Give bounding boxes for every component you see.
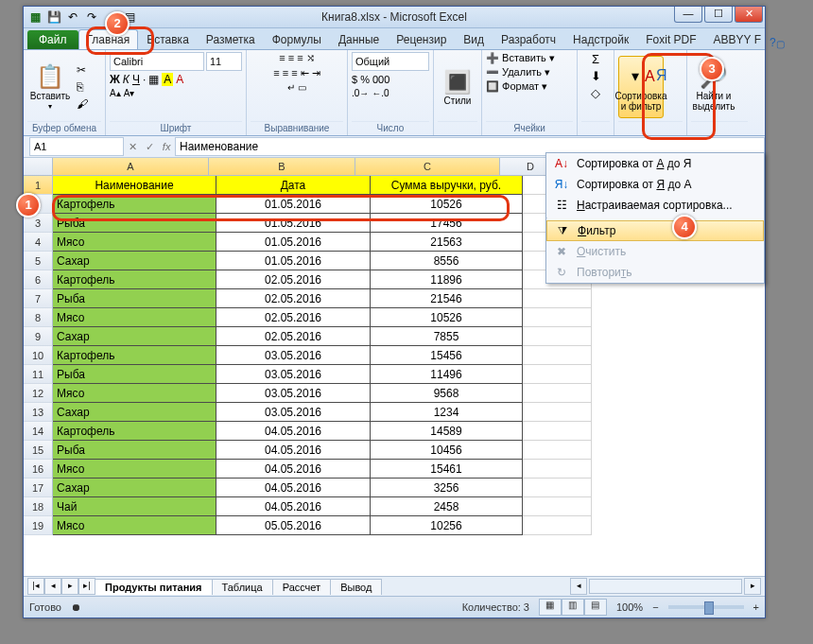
- cell-date[interactable]: 03.05.2016: [216, 346, 371, 365]
- cell-name[interactable]: Сахар: [53, 403, 216, 422]
- inc-decimal-icon[interactable]: .0→: [352, 88, 369, 98]
- cell-name[interactable]: Мясо: [53, 516, 216, 535]
- tab-addins[interactable]: Надстройк: [564, 29, 637, 49]
- cell-name[interactable]: Сахар: [53, 252, 216, 270]
- menu-sort-az[interactable]: A↓ Сортировка от А до Я: [546, 153, 764, 174]
- currency-icon[interactable]: $: [352, 74, 357, 85]
- bold-button[interactable]: Ж: [110, 73, 120, 86]
- cell-name[interactable]: Картофель: [53, 270, 216, 289]
- menu-sort-za[interactable]: Я↓ Сортировка от Я до А: [546, 174, 764, 195]
- cell-name[interactable]: Мясо: [53, 308, 216, 327]
- empty-cell[interactable]: [523, 308, 592, 327]
- ribbon-collapse-icon[interactable]: ▢: [776, 39, 785, 49]
- cell-name[interactable]: Рыба: [53, 214, 216, 233]
- grow-font-icon[interactable]: A▴: [110, 88, 121, 98]
- cell-sum[interactable]: 15456: [371, 346, 523, 365]
- paste-button[interactable]: 📋 Вставить ▾: [27, 56, 73, 118]
- cell-date[interactable]: 01.05.2016: [216, 252, 371, 270]
- empty-cell[interactable]: [523, 346, 592, 365]
- align-mid-icon[interactable]: ≡: [288, 52, 294, 64]
- tab-review[interactable]: Рецензир: [388, 29, 455, 49]
- cell-sum[interactable]: 7855: [371, 327, 523, 346]
- cell-name[interactable]: Мясо: [53, 384, 216, 403]
- cut-icon[interactable]: ✂: [77, 63, 88, 77]
- cell-name[interactable]: Мясо: [53, 233, 216, 252]
- italic-button[interactable]: К: [123, 73, 130, 86]
- row-head[interactable]: 9: [24, 327, 53, 346]
- tab-formulas[interactable]: Формулы: [264, 29, 330, 49]
- empty-cell[interactable]: [523, 479, 592, 497]
- font-color-button[interactable]: A: [176, 73, 183, 86]
- font-name-combo[interactable]: Calibri: [110, 52, 204, 71]
- format-painter-icon[interactable]: 🖌: [77, 97, 88, 111]
- cell-name[interactable]: Рыба: [53, 289, 216, 308]
- cell-sum[interactable]: 10526: [371, 308, 523, 327]
- col-C[interactable]: C: [355, 158, 500, 175]
- macro-record-icon[interactable]: ⏺: [71, 601, 81, 613]
- row-head[interactable]: 8: [24, 308, 53, 327]
- dec-decimal-icon[interactable]: ←.0: [372, 88, 389, 98]
- sheet-tab[interactable]: Вывод: [330, 579, 382, 595]
- tab-insert[interactable]: Вставка: [138, 29, 198, 49]
- cell-name[interactable]: Рыба: [53, 365, 216, 384]
- view-pagebreak-icon[interactable]: ▤: [584, 599, 607, 616]
- autosum-icon[interactable]: Σ: [592, 52, 599, 66]
- align-left-icon[interactable]: ≡: [273, 67, 279, 79]
- cell-name[interactable]: Мясо: [53, 460, 216, 479]
- row-head[interactable]: 16: [24, 460, 53, 479]
- cell-sum[interactable]: 3256: [371, 479, 523, 497]
- header-cell[interactable]: Наименование: [53, 176, 216, 195]
- wrap-text-icon[interactable]: ↵: [287, 82, 295, 93]
- merge-icon[interactable]: ▭: [298, 82, 306, 93]
- cell-name[interactable]: Сахар: [53, 479, 216, 497]
- cell-sum[interactable]: 21563: [371, 233, 523, 252]
- fx-icon[interactable]: fx: [163, 141, 171, 153]
- tab-foxit[interactable]: Foxit PDF: [637, 29, 704, 49]
- cell-sum[interactable]: 2458: [371, 497, 523, 516]
- underline-button[interactable]: Ч: [132, 73, 140, 86]
- fill-icon[interactable]: ⬇: [591, 69, 601, 83]
- empty-cell[interactable]: [523, 422, 592, 441]
- menu-filter[interactable]: ⧩ Фильтр: [546, 220, 764, 241]
- number-format-combo[interactable]: Общий: [352, 52, 429, 71]
- comma-icon[interactable]: 000: [372, 74, 389, 85]
- row-head[interactable]: 12: [24, 384, 53, 403]
- cell-date[interactable]: 01.05.2016: [216, 214, 371, 233]
- minimize-button[interactable]: —: [674, 7, 702, 23]
- insert-cells-button[interactable]: ➕ Вставить ▾: [486, 52, 573, 64]
- close-button[interactable]: ✕: [735, 7, 763, 23]
- view-normal-icon[interactable]: ▦: [539, 599, 562, 616]
- zoom-out-button[interactable]: −: [652, 601, 658, 613]
- maximize-button[interactable]: ☐: [704, 7, 733, 23]
- cell-sum[interactable]: 14589: [371, 422, 523, 441]
- tab-abbyy[interactable]: ABBYY F: [705, 29, 770, 49]
- sheet-nav-prev[interactable]: ◂: [44, 578, 61, 595]
- cell-date[interactable]: 03.05.2016: [216, 365, 371, 384]
- name-box[interactable]: A1: [29, 137, 124, 156]
- empty-cell[interactable]: [523, 441, 592, 460]
- tab-data[interactable]: Данные: [330, 29, 388, 49]
- row-head[interactable]: 14: [24, 422, 53, 441]
- tab-file[interactable]: Файл: [27, 30, 78, 49]
- cell-date[interactable]: 02.05.2016: [216, 270, 371, 289]
- sort-filter-button[interactable]: A Я ▾ Сортировка и фильтр: [618, 56, 664, 118]
- row-head[interactable]: 15: [24, 441, 53, 460]
- enter-fx-icon[interactable]: ✓: [146, 141, 154, 153]
- tab-layout[interactable]: Разметка: [198, 29, 264, 49]
- empty-cell[interactable]: [523, 365, 592, 384]
- row-head[interactable]: 11: [24, 365, 53, 384]
- align-top-icon[interactable]: ≡: [279, 52, 285, 64]
- align-right-icon[interactable]: ≡: [291, 67, 297, 79]
- font-size-combo[interactable]: 11: [206, 52, 242, 71]
- hscroll-right[interactable]: ▸: [744, 578, 761, 595]
- row-head[interactable]: 19: [24, 516, 53, 535]
- col-A[interactable]: A: [53, 158, 209, 175]
- cell-sum[interactable]: 15461: [371, 460, 523, 479]
- col-B[interactable]: B: [209, 158, 355, 175]
- sheet-tab[interactable]: Продукты питания: [95, 579, 213, 595]
- cell-date[interactable]: 04.05.2016: [216, 479, 371, 497]
- cell-date[interactable]: 02.05.2016: [216, 327, 371, 346]
- cell-date[interactable]: 04.05.2016: [216, 422, 371, 441]
- empty-cell[interactable]: [523, 403, 592, 422]
- align-center-icon[interactable]: ≡: [283, 67, 288, 79]
